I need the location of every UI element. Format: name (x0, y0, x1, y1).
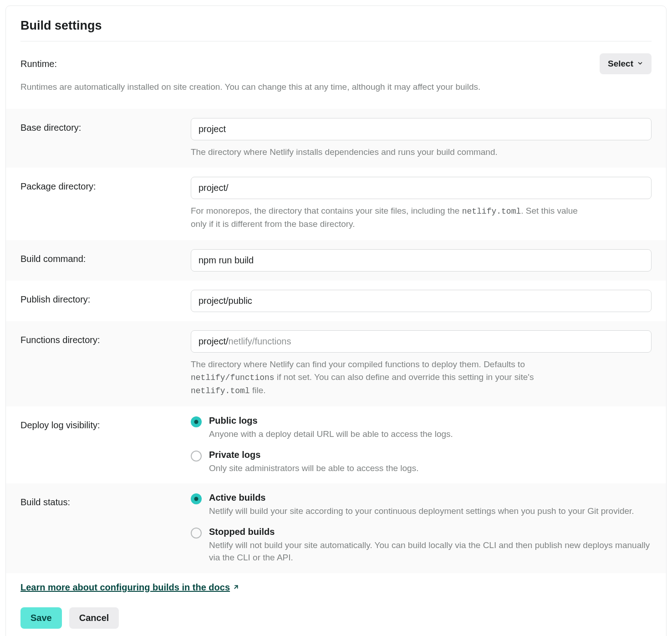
runtime-block: Runtime: Select Runtimes are automatical… (6, 41, 666, 109)
footer: Learn more about configuring builds in t… (6, 573, 666, 636)
runtime-help-text: Runtimes are automatically installed on … (20, 81, 652, 93)
chevron-down-icon (637, 59, 643, 69)
functions-directory-input[interactable] (191, 330, 652, 353)
field-build-command: Build command: (6, 240, 666, 281)
learn-more-text: Learn more about configuring builds in t… (20, 582, 230, 593)
radio-active-builds[interactable]: Active builds Netlify will build your si… (191, 492, 652, 518)
field-build-status: Build status: Active builds Netlify will… (6, 483, 666, 573)
package-directory-help: For monorepos, the directory that contai… (191, 205, 591, 231)
base-directory-help: The directory where Netlify installs dep… (191, 146, 591, 159)
base-directory-label: Base directory: (20, 118, 180, 133)
radio-desc: Only site administrators will be able to… (209, 462, 652, 475)
field-deploy-log-visibility: Deploy log visibility: Public logs Anyon… (6, 406, 666, 483)
deploy-log-radio-group: Public logs Anyone with a deploy detail … (191, 415, 652, 474)
build-status-radio-group: Active builds Netlify will build your si… (191, 492, 652, 564)
build-command-input[interactable] (191, 249, 652, 272)
functions-directory-help: The directory where Netlify can find you… (191, 358, 591, 398)
radio-title: Public logs (209, 415, 652, 426)
functions-directory-label: Functions directory: (20, 330, 180, 345)
radio-public-logs[interactable]: Public logs Anyone with a deploy detail … (191, 415, 652, 441)
package-directory-label: Package directory: (20, 177, 180, 192)
radio-title: Private logs (209, 450, 652, 460)
radio-desc: Netlify will not build your site automat… (209, 539, 652, 564)
action-buttons: Save Cancel (20, 607, 652, 629)
build-status-label: Build status: (20, 492, 180, 508)
radio-icon (191, 451, 202, 462)
build-settings-card: Build settings Runtime: Select Runtimes … (5, 5, 667, 636)
learn-more-link[interactable]: Learn more about configuring builds in t… (20, 582, 239, 593)
section-header: Build settings (6, 6, 666, 41)
external-link-icon (233, 582, 239, 593)
runtime-select-button[interactable]: Select (600, 53, 652, 74)
radio-stopped-builds[interactable]: Stopped builds Netlify will not build yo… (191, 527, 652, 564)
radio-desc: Netlify will build your site according t… (209, 505, 652, 518)
field-functions-directory: Functions directory: project/netlify/fun… (6, 321, 666, 407)
field-base-directory: Base directory: The directory where Netl… (6, 109, 666, 168)
runtime-select-label: Select (608, 59, 633, 69)
runtime-row: Runtime: Select (20, 53, 652, 74)
radio-title: Active builds (209, 492, 652, 503)
radio-icon (191, 493, 202, 504)
radio-icon (191, 416, 202, 427)
field-package-directory: Package directory: For monorepos, the di… (6, 168, 666, 240)
publish-directory-label: Publish directory: (20, 290, 180, 305)
radio-private-logs[interactable]: Private logs Only site administrators wi… (191, 450, 652, 475)
radio-desc: Anyone with a deploy detail URL will be … (209, 428, 652, 441)
save-button[interactable]: Save (20, 607, 62, 629)
radio-icon (191, 528, 202, 539)
base-directory-input[interactable] (191, 118, 652, 140)
deploy-log-label: Deploy log visibility: (20, 415, 180, 431)
publish-directory-input[interactable] (191, 290, 652, 312)
package-directory-input[interactable] (191, 177, 652, 199)
section-title: Build settings (20, 19, 652, 33)
runtime-label: Runtime: (20, 59, 57, 69)
field-publish-directory: Publish directory: (6, 281, 666, 321)
cancel-button[interactable]: Cancel (69, 607, 119, 629)
build-command-label: Build command: (20, 249, 180, 264)
radio-title: Stopped builds (209, 527, 652, 537)
